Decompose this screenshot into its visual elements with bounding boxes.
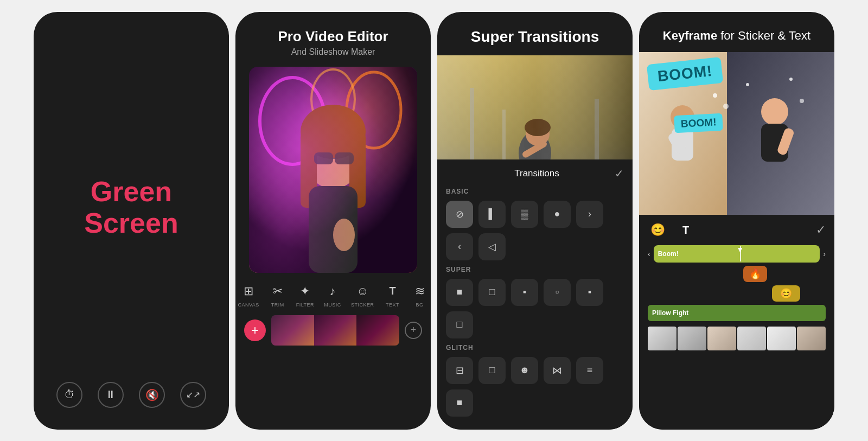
super-icon-1: ■ bbox=[457, 286, 463, 298]
green-screen-title: Green Screen bbox=[50, 176, 213, 238]
glitch-transitions-row: ⊟ □ ☻ ⋈ ≡ ■ bbox=[446, 357, 624, 417]
circle-icon: ● bbox=[554, 208, 560, 220]
pillow-fight-track-row: Pillow Fight bbox=[648, 305, 826, 321]
transition-btn-none[interactable]: ⊘ bbox=[446, 201, 473, 228]
trim-icon: ✂ bbox=[269, 283, 286, 300]
fire-track-row: 🔥 bbox=[648, 266, 826, 282]
boom-left-arrow[interactable]: ‹ bbox=[648, 250, 650, 258]
transition-btn-back[interactable]: ◁ bbox=[478, 233, 506, 260]
boom-right-arrow[interactable]: › bbox=[823, 250, 826, 258]
fire-clip[interactable]: 🔥 bbox=[743, 266, 767, 282]
bg-tool[interactable]: ≋ BG bbox=[411, 283, 429, 308]
glitch-icon-3: ☻ bbox=[520, 365, 530, 376]
sticker-label: STICKER bbox=[351, 302, 374, 308]
transitions-panel: Super Transitions bbox=[437, 12, 633, 430]
super-btn-3[interactable]: ▪ bbox=[511, 279, 538, 306]
super-icon-4: ▫ bbox=[556, 286, 559, 298]
glitch-icon-6: ■ bbox=[457, 397, 463, 408]
boom-clip[interactable]: Boom! ▼ bbox=[654, 245, 820, 263]
super-btn-6[interactable]: □ bbox=[446, 311, 473, 338]
timeline-thumb-1 bbox=[271, 315, 314, 346]
keyframe-check-icon[interactable]: ✓ bbox=[816, 223, 826, 237]
mute-button[interactable]: 🔇 bbox=[139, 382, 165, 408]
pro-editor-subtitle: And Slideshow Maker bbox=[291, 47, 375, 57]
add-clip-button[interactable]: + bbox=[244, 319, 266, 341]
super-transitions-title: Super Transitions bbox=[437, 28, 633, 46]
super-icon-3: ▪ bbox=[523, 286, 526, 298]
transition-btn-circle[interactable]: ● bbox=[544, 201, 571, 228]
timeline-thumb-2 bbox=[314, 315, 357, 346]
timer-icon: ⏱ bbox=[64, 388, 75, 401]
svg-point-34 bbox=[761, 98, 788, 125]
music-icon: ♪ bbox=[324, 283, 341, 300]
trim-tool[interactable]: ✂ TRIM bbox=[269, 283, 286, 308]
music-tool[interactable]: ♪ MUSIC bbox=[324, 283, 341, 308]
transition-btn-fade[interactable]: ▒ bbox=[511, 201, 538, 228]
glitch-btn-3[interactable]: ☻ bbox=[511, 357, 538, 384]
editor-toolbar: ⊞ CANVAS ✂ TRIM ✦ FILTER ♪ MUSIC ☺ STICK… bbox=[238, 283, 428, 308]
pillow-fight-clip[interactable]: Pillow Fight bbox=[648, 305, 826, 321]
super-btn-2[interactable]: □ bbox=[478, 279, 506, 306]
pause-button[interactable]: ⏸ bbox=[98, 382, 124, 408]
super-transitions-row: ■ □ ▪ ▫ ▪ □ bbox=[446, 279, 624, 338]
trim-label: TRIM bbox=[271, 302, 284, 308]
pause-icon: ⏸ bbox=[105, 388, 116, 401]
green-screen-panel: Green Screen ⏱ ⏸ 🔇 ↙↗ bbox=[34, 12, 229, 430]
canvas-tool[interactable]: ⊞ CANVAS bbox=[238, 283, 259, 308]
motion-blur-overlay bbox=[437, 55, 633, 159]
sticker-overlay: BOOM! BOOM! bbox=[639, 52, 834, 215]
video-preview bbox=[249, 67, 417, 273]
text-tool-icon[interactable]: T bbox=[676, 220, 695, 240]
pull-icon: ‹ bbox=[458, 241, 461, 252]
boom-track-row: ‹ Boom! ▼ › bbox=[648, 245, 826, 263]
neon-overlay bbox=[249, 67, 417, 273]
pillow-fight-label: Pillow Fight bbox=[652, 309, 688, 317]
svg-point-39 bbox=[723, 104, 729, 109]
keyframe-title: Keyframe for Sticker & Text bbox=[639, 28, 834, 44]
smile-track-row: 😊 bbox=[648, 285, 826, 302]
glitch-btn-1[interactable]: ⊟ bbox=[446, 357, 473, 384]
super-icon-5: ▪ bbox=[588, 286, 591, 298]
glitch-btn-4[interactable]: ⋈ bbox=[544, 357, 571, 384]
push-icon: › bbox=[588, 208, 591, 220]
text-tool[interactable]: T TEXT bbox=[384, 283, 401, 308]
glitch-btn-6[interactable]: ■ bbox=[446, 389, 473, 417]
super-icon-6: □ bbox=[457, 319, 463, 330]
keyframe-panel: Keyframe for Sticker & Text bbox=[639, 12, 834, 430]
timeline-add-button[interactable]: + bbox=[405, 322, 422, 339]
keyframe-title-bold: Keyframe bbox=[663, 29, 717, 42]
phone-screen-3: Super Transitions bbox=[437, 12, 633, 430]
back-icon: ◁ bbox=[488, 241, 496, 253]
super-btn-1[interactable]: ■ bbox=[446, 279, 473, 306]
pro-editor-title: Pro Video Editor bbox=[278, 28, 388, 45]
glitch-btn-5[interactable]: ≡ bbox=[576, 357, 603, 384]
timer-button[interactable]: ⏱ bbox=[56, 382, 82, 408]
check-icon[interactable]: ✓ bbox=[615, 167, 624, 180]
strip-thumb-1 bbox=[648, 327, 676, 350]
bg-label: BG bbox=[416, 302, 424, 308]
transition-btn-slide[interactable]: ▌ bbox=[478, 201, 506, 228]
smile-clip[interactable]: 😊 bbox=[772, 285, 800, 302]
phone-screen-1: Green Screen ⏱ ⏸ 🔇 ↙↗ bbox=[34, 12, 229, 430]
transition-selected-label: Transitions bbox=[459, 168, 615, 179]
timeline-strip bbox=[271, 315, 399, 346]
filter-tool[interactable]: ✦ FILTER bbox=[296, 283, 314, 308]
phone-screen-2: Pro Video Editor And Slideshow Maker bbox=[235, 12, 431, 430]
fade-icon: ▒ bbox=[521, 208, 528, 220]
super-btn-4[interactable]: ▫ bbox=[544, 279, 571, 306]
glitch-btn-2[interactable]: □ bbox=[478, 357, 506, 384]
canvas-label: CANVAS bbox=[238, 302, 259, 308]
pro-editor-panel: Pro Video Editor And Slideshow Maker bbox=[235, 12, 431, 430]
text-label: TEXT bbox=[386, 302, 399, 308]
super-btn-5[interactable]: ▪ bbox=[576, 279, 603, 306]
phone-screen-4: Keyframe for Sticker & Text bbox=[639, 12, 834, 430]
sticker-tool[interactable]: ☺ STICKER bbox=[351, 283, 374, 308]
expand-button[interactable]: ↙↗ bbox=[180, 382, 206, 408]
skater-preview bbox=[437, 55, 633, 159]
timeline-row: + + bbox=[235, 315, 431, 346]
basic-transitions-row: ⊘ ▌ ▒ ● › ‹ ◁ bbox=[446, 201, 624, 260]
emoji-tool-icon[interactable]: 😊 bbox=[648, 220, 667, 240]
transition-btn-push[interactable]: › bbox=[576, 201, 603, 228]
text-icon: T bbox=[384, 283, 401, 300]
transition-btn-pull[interactable]: ‹ bbox=[446, 233, 473, 260]
